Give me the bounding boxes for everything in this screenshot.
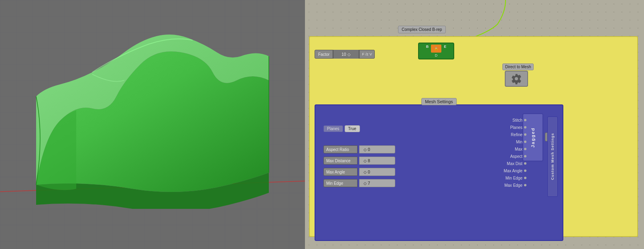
- max-angle-dot: [524, 169, 526, 172]
- max-distance-value[interactable]: ◇ 8: [359, 157, 395, 165]
- max-distance-row: Max Distance ◇ 8: [323, 157, 395, 165]
- stitch-label: Stitch: [504, 116, 526, 124]
- yellow-container: Complex Closed B-rep Factor 10 ◇ F /z V …: [309, 36, 638, 237]
- diamond-icon: ◇: [347, 52, 351, 57]
- aspect-label: Aspect: [504, 153, 526, 160]
- max-angle-label: Max Angle: [323, 168, 358, 176]
- min-dot: [524, 141, 526, 143]
- viewport-panel: [0, 0, 305, 249]
- max-edge-dot: [524, 184, 526, 186]
- min-edge-right-label: Min Edge: [504, 174, 526, 182]
- custom-mesh-settings-node: Custom Mesh Settings: [547, 116, 558, 197]
- jagged-label: Jagged: [530, 127, 535, 148]
- stitch-dot: [524, 119, 526, 121]
- complex-brep-node: Complex Closed B-rep: [398, 26, 446, 33]
- gear-icon: [511, 73, 522, 84]
- max-angle-row: Max Angle ◇ 0: [323, 168, 395, 176]
- custom-mesh-label: Custom Mesh Settings: [551, 133, 555, 180]
- planes-input-label: Planes: [323, 125, 343, 132]
- mesh-settings-label: Mesh Settings: [421, 98, 457, 105]
- max-angle-value[interactable]: ◇ 0: [359, 168, 395, 176]
- node-editor-panel: Complex Closed B-rep Factor 10 ◇ F /z V …: [305, 0, 644, 249]
- v-label: V: [370, 52, 372, 56]
- refine-label: Refine: [504, 131, 526, 138]
- slash-z-label: /z: [366, 52, 368, 56]
- planes-dot: [524, 126, 526, 129]
- proc-b: B: [426, 45, 429, 53]
- min-edge-dot: [524, 177, 526, 179]
- min-edge-label: Min Edge: [323, 179, 358, 187]
- min-edge-value[interactable]: ◇ 7: [359, 179, 395, 187]
- proc-d: D: [435, 53, 438, 57]
- 3d-shape: [12, 16, 285, 209]
- planes-right-label: Planes: [504, 124, 526, 131]
- factor-label: Factor: [315, 50, 333, 59]
- max-distance-label: Max Distance: [323, 157, 358, 165]
- min-edge-row: Min Edge ◇ 7: [323, 179, 395, 187]
- blue-mesh-settings-container: Mesh Settings Jagged S Stitch Planes: [315, 104, 563, 241]
- factor-controls[interactable]: F /z V: [359, 50, 375, 59]
- max-dist-label: Max Dist: [504, 160, 526, 167]
- aspect-dot: [524, 155, 526, 157]
- proc-bottom: D: [435, 53, 438, 57]
- max-dot: [524, 148, 526, 150]
- main-proc-node[interactable]: B 🔒 E D: [418, 43, 454, 59]
- max-edge-right-label: Max Edge: [504, 182, 526, 189]
- aspect-ratio-label: Aspect Ratio: [323, 145, 358, 153]
- complex-brep-label: Complex Closed B-rep: [402, 27, 442, 32]
- proc-letters: B 🔒 E: [426, 45, 447, 53]
- factor-value: 10 ◇: [333, 50, 359, 59]
- max-label: Max: [504, 145, 526, 153]
- refine-dot: [524, 133, 526, 136]
- planes-row: Planes True: [323, 125, 360, 132]
- aspect-ratio-row: Aspect Ratio ◇ 0: [323, 145, 395, 153]
- aspect-ratio-value[interactable]: ◇ 0: [359, 145, 395, 153]
- proc-icon: 🔒: [431, 45, 441, 53]
- f-label: F: [362, 52, 364, 56]
- proc-e: E: [444, 45, 446, 53]
- direct-to-mesh-label: Direct to Mesh: [502, 63, 534, 70]
- planes-true-box[interactable]: True: [345, 125, 360, 132]
- direct-to-mesh-node[interactable]: [505, 71, 528, 87]
- factor-node[interactable]: Factor 10 ◇ F /z V: [315, 50, 375, 59]
- right-labels-group: Stitch Planes Refine Min Max: [504, 116, 526, 189]
- max-dist-dot: [524, 162, 526, 165]
- min-label: Min: [504, 138, 526, 145]
- max-angle-right-label: Max Angle: [504, 167, 526, 174]
